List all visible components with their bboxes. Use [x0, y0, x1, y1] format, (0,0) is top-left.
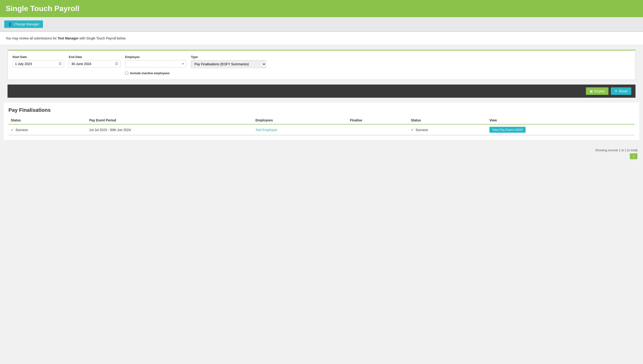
toolbar: 👤 Change Manager	[0, 17, 643, 32]
employee-label: Employee	[125, 55, 186, 59]
row-pay-event-period: 1st Jul 2023 - 30th Jun 2024	[87, 124, 253, 135]
include-inactive-label: Include inactive employees	[130, 72, 170, 75]
manager-name: Test Manager	[58, 36, 78, 40]
table-body: ✔ Success 1st Jul 2023 - 30th Jun 2024 T…	[8, 124, 634, 135]
pagination-section: Showing records 1 to 1 [1 total] 1	[0, 145, 643, 163]
info-text: You may review all submissions for Test …	[6, 36, 637, 40]
display-button[interactable]: ▦ Display	[586, 87, 609, 95]
results-section: Pay Finalisations Status Pay Event Perio…	[4, 102, 639, 140]
start-date-input[interactable]	[12, 60, 64, 68]
info-text-before: You may review all submissions for	[6, 36, 58, 40]
col-employees: Employees	[253, 116, 348, 124]
table-row: ✔ Success 1st Jul 2023 - 30th Jun 2024 T…	[8, 124, 634, 135]
employee-input-wrapper: ▼	[125, 60, 186, 68]
row-status-text: Success	[16, 128, 28, 132]
person-icon: 👤	[8, 22, 12, 26]
row-finalise	[348, 124, 409, 135]
view-pay-event-button[interactable]: View Pay Event #3819	[490, 127, 526, 133]
employee-link[interactable]: Test Employee	[256, 128, 277, 132]
page-1-button[interactable]: 1	[630, 153, 637, 159]
start-date-input-wrapper: 🗓	[12, 60, 64, 68]
col-view: View	[487, 116, 634, 124]
results-title: Pay Finalisations	[8, 107, 634, 113]
include-inactive-row: Include inactive employees	[125, 72, 186, 75]
row-finalise-status-text: Success	[416, 128, 428, 132]
end-date-group: End Date 🗓	[69, 55, 120, 68]
col-finalise-status: Status	[409, 116, 487, 124]
employee-group: Employee ▼ Include inactive employees	[125, 55, 186, 75]
display-grid-icon: ▦	[590, 89, 593, 93]
page-title: Single Touch Payroll	[6, 4, 637, 13]
table-header-row: Status Pay Event Period Employees Finali…	[8, 116, 634, 124]
start-date-label: Start Date	[12, 55, 64, 59]
end-date-label: End Date	[69, 55, 120, 59]
page-header: Single Touch Payroll	[0, 0, 643, 17]
col-finalise: Finalise	[348, 116, 409, 124]
reset-times-icon: ✕	[614, 89, 618, 93]
change-manager-label: Change Manager	[14, 22, 39, 26]
row-status: ✔ Success	[8, 124, 87, 135]
reset-button[interactable]: ✕ Reset	[611, 87, 631, 95]
type-select[interactable]: Pay Finalisations (EOFY Summaries) Pay E…	[191, 60, 266, 68]
status-success-icon: ✔	[11, 128, 14, 132]
info-section: You may review all submissions for Test …	[0, 32, 643, 45]
end-date-input-wrapper: 🗓	[69, 60, 120, 68]
row-view: View Pay Event #3819	[487, 124, 634, 135]
pagination-controls: 1	[630, 153, 637, 159]
reset-label: Reset	[619, 89, 628, 93]
col-pay-event-period: Pay Event Period	[87, 116, 253, 124]
results-table: Status Pay Event Period Employees Finali…	[8, 116, 634, 135]
table-head: Status Pay Event Period Employees Finali…	[8, 116, 634, 124]
end-date-input[interactable]	[69, 60, 120, 68]
type-label: Type	[191, 55, 266, 59]
filter-section-wrapper: Start Date 🗓 End Date 🗓 Employee	[4, 50, 639, 98]
info-text-after: with Single Touch Payroll below.	[78, 36, 126, 40]
filter-row: Start Date 🗓 End Date 🗓 Employee	[12, 55, 630, 75]
include-inactive-checkbox[interactable]	[125, 72, 128, 75]
change-manager-button[interactable]: 👤 Change Manager	[4, 20, 43, 28]
col-status: Status	[8, 116, 87, 124]
finalise-success-icon: ✔	[411, 128, 414, 132]
start-date-group: Start Date 🗓	[12, 55, 64, 68]
row-employee: Test Employee	[253, 124, 348, 135]
filter-section: Start Date 🗓 End Date 🗓 Employee	[8, 50, 636, 80]
type-group: Type Pay Finalisations (EOFY Summaries) …	[191, 55, 266, 68]
row-finalise-status: ✔ Success	[409, 124, 487, 135]
display-label: Display	[594, 89, 605, 93]
employee-input[interactable]	[125, 60, 186, 68]
action-bar: ▦ Display ✕ Reset	[8, 84, 636, 98]
pagination-info: Showing records 1 to 1 [1 total]	[595, 148, 637, 152]
